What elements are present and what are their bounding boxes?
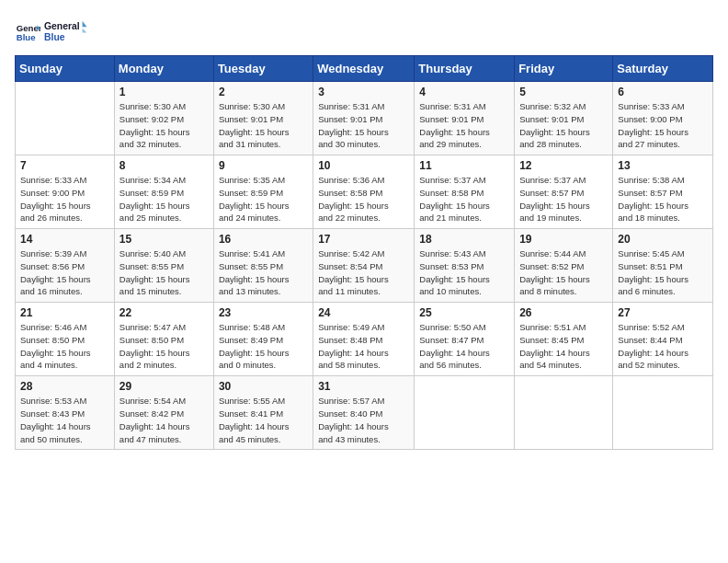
day-number: 23 xyxy=(219,306,308,319)
calendar-cell: 19Sunrise: 5:44 AM Sunset: 8:52 PM Dayli… xyxy=(515,229,613,303)
day-info: Sunrise: 5:31 AM Sunset: 9:01 PM Dayligh… xyxy=(419,100,509,151)
day-number: 16 xyxy=(219,233,308,246)
calendar-week-row: 7Sunrise: 5:33 AM Sunset: 9:00 PM Daylig… xyxy=(16,155,713,229)
calendar-cell: 28Sunrise: 5:53 AM Sunset: 8:43 PM Dayli… xyxy=(16,376,115,450)
calendar-cell: 17Sunrise: 5:42 AM Sunset: 8:54 PM Dayli… xyxy=(313,229,415,303)
calendar-cell: 23Sunrise: 5:48 AM Sunset: 8:49 PM Dayli… xyxy=(213,303,313,376)
day-number: 21 xyxy=(20,306,109,319)
calendar-cell: 6Sunrise: 5:33 AM Sunset: 9:00 PM Daylig… xyxy=(613,82,713,155)
calendar-cell: 3Sunrise: 5:31 AM Sunset: 9:01 PM Daylig… xyxy=(313,82,415,155)
day-info: Sunrise: 5:41 AM Sunset: 8:55 PM Dayligh… xyxy=(219,247,308,298)
day-info: Sunrise: 5:54 AM Sunset: 8:42 PM Dayligh… xyxy=(119,395,209,445)
day-number: 17 xyxy=(318,233,409,246)
column-header-sunday: Sunday xyxy=(16,56,115,82)
calendar-cell: 14Sunrise: 5:39 AM Sunset: 8:56 PM Dayli… xyxy=(16,229,115,303)
day-number: 24 xyxy=(318,306,409,319)
calendar-cell: 18Sunrise: 5:43 AM Sunset: 8:53 PM Dayli… xyxy=(415,229,515,303)
calendar-cell xyxy=(415,376,515,450)
day-info: Sunrise: 5:44 AM Sunset: 8:52 PM Dayligh… xyxy=(519,247,608,298)
column-header-saturday: Saturday xyxy=(613,56,713,82)
day-info: Sunrise: 5:37 AM Sunset: 8:57 PM Dayligh… xyxy=(519,174,608,224)
calendar-cell: 24Sunrise: 5:49 AM Sunset: 8:48 PM Dayli… xyxy=(313,303,415,376)
calendar-cell: 10Sunrise: 5:36 AM Sunset: 8:58 PM Dayli… xyxy=(313,155,415,229)
day-number: 26 xyxy=(519,306,608,319)
day-number: 12 xyxy=(519,159,608,172)
logo-svg: General Blue xyxy=(44,15,88,48)
day-info: Sunrise: 5:32 AM Sunset: 9:01 PM Dayligh… xyxy=(519,100,608,151)
day-info: Sunrise: 5:57 AM Sunset: 8:40 PM Dayligh… xyxy=(318,395,409,445)
day-info: Sunrise: 5:50 AM Sunset: 8:47 PM Dayligh… xyxy=(419,321,509,372)
day-info: Sunrise: 5:34 AM Sunset: 8:59 PM Dayligh… xyxy=(119,174,209,224)
calendar-cell: 30Sunrise: 5:55 AM Sunset: 8:41 PM Dayli… xyxy=(213,376,313,450)
column-header-wednesday: Wednesday xyxy=(313,56,415,82)
day-info: Sunrise: 5:31 AM Sunset: 9:01 PM Dayligh… xyxy=(318,100,409,151)
svg-text:General: General xyxy=(44,21,80,31)
day-number: 7 xyxy=(20,159,109,172)
day-number: 2 xyxy=(219,86,308,98)
day-number: 20 xyxy=(618,233,708,246)
calendar-cell: 7Sunrise: 5:33 AM Sunset: 9:00 PM Daylig… xyxy=(16,155,115,229)
calendar-cell: 9Sunrise: 5:35 AM Sunset: 8:59 PM Daylig… xyxy=(213,155,313,229)
day-info: Sunrise: 5:37 AM Sunset: 8:58 PM Dayligh… xyxy=(419,174,509,224)
calendar-cell: 2Sunrise: 5:30 AM Sunset: 9:01 PM Daylig… xyxy=(213,82,313,155)
day-number: 4 xyxy=(419,86,509,98)
column-header-friday: Friday xyxy=(515,56,613,82)
day-number: 27 xyxy=(618,306,708,319)
day-number: 3 xyxy=(318,86,409,98)
page-header: General Blue General Blue xyxy=(15,15,713,48)
calendar-cell xyxy=(613,376,713,450)
day-number: 22 xyxy=(119,306,209,319)
calendar-cell xyxy=(515,376,613,450)
day-info: Sunrise: 5:51 AM Sunset: 8:45 PM Dayligh… xyxy=(519,321,608,372)
calendar-cell: 5Sunrise: 5:32 AM Sunset: 9:01 PM Daylig… xyxy=(515,82,613,155)
day-number: 13 xyxy=(618,159,708,172)
calendar-week-row: 1Sunrise: 5:30 AM Sunset: 9:02 PM Daylig… xyxy=(16,82,713,155)
day-info: Sunrise: 5:55 AM Sunset: 8:41 PM Dayligh… xyxy=(219,395,308,445)
day-number: 15 xyxy=(119,233,209,246)
day-number: 14 xyxy=(20,233,109,246)
calendar-table: SundayMondayTuesdayWednesdayThursdayFrid… xyxy=(15,55,713,450)
day-info: Sunrise: 5:33 AM Sunset: 9:00 PM Dayligh… xyxy=(20,174,109,224)
logo: General Blue General Blue xyxy=(15,15,88,48)
day-info: Sunrise: 5:42 AM Sunset: 8:54 PM Dayligh… xyxy=(318,247,409,298)
day-info: Sunrise: 5:30 AM Sunset: 9:01 PM Dayligh… xyxy=(219,100,308,151)
calendar-cell: 13Sunrise: 5:38 AM Sunset: 8:57 PM Dayli… xyxy=(613,155,713,229)
calendar-cell: 25Sunrise: 5:50 AM Sunset: 8:47 PM Dayli… xyxy=(415,303,515,376)
calendar-cell: 22Sunrise: 5:47 AM Sunset: 8:50 PM Dayli… xyxy=(114,303,213,376)
calendar-cell xyxy=(16,82,115,155)
day-number: 31 xyxy=(318,380,409,393)
svg-marker-6 xyxy=(83,21,87,27)
calendar-cell: 16Sunrise: 5:41 AM Sunset: 8:55 PM Dayli… xyxy=(213,229,313,303)
day-number: 11 xyxy=(419,159,509,172)
day-info: Sunrise: 5:47 AM Sunset: 8:50 PM Dayligh… xyxy=(119,321,209,372)
column-header-tuesday: Tuesday xyxy=(213,56,313,82)
day-info: Sunrise: 5:30 AM Sunset: 9:02 PM Dayligh… xyxy=(119,100,209,151)
calendar-cell: 21Sunrise: 5:46 AM Sunset: 8:50 PM Dayli… xyxy=(16,303,115,376)
day-number: 1 xyxy=(119,86,209,98)
svg-text:Blue: Blue xyxy=(17,32,36,42)
day-info: Sunrise: 5:36 AM Sunset: 8:58 PM Dayligh… xyxy=(318,174,409,224)
day-number: 29 xyxy=(119,380,209,393)
day-number: 6 xyxy=(618,86,708,98)
day-number: 25 xyxy=(419,306,509,319)
day-info: Sunrise: 5:52 AM Sunset: 8:44 PM Dayligh… xyxy=(618,321,708,372)
day-number: 30 xyxy=(219,380,308,393)
day-number: 5 xyxy=(519,86,608,98)
day-info: Sunrise: 5:40 AM Sunset: 8:55 PM Dayligh… xyxy=(119,247,209,298)
calendar-cell: 15Sunrise: 5:40 AM Sunset: 8:55 PM Dayli… xyxy=(114,229,213,303)
day-info: Sunrise: 5:49 AM Sunset: 8:48 PM Dayligh… xyxy=(318,321,409,372)
calendar-cell: 4Sunrise: 5:31 AM Sunset: 9:01 PM Daylig… xyxy=(415,82,515,155)
calendar-week-row: 28Sunrise: 5:53 AM Sunset: 8:43 PM Dayli… xyxy=(16,376,713,450)
logo-icon: General Blue xyxy=(15,18,40,44)
column-header-thursday: Thursday xyxy=(415,56,515,82)
day-info: Sunrise: 5:48 AM Sunset: 8:49 PM Dayligh… xyxy=(219,321,308,372)
svg-marker-7 xyxy=(83,29,87,33)
day-info: Sunrise: 5:35 AM Sunset: 8:59 PM Dayligh… xyxy=(219,174,308,224)
day-number: 28 xyxy=(20,380,109,393)
calendar-cell: 11Sunrise: 5:37 AM Sunset: 8:58 PM Dayli… xyxy=(415,155,515,229)
day-number: 19 xyxy=(519,233,608,246)
calendar-cell: 8Sunrise: 5:34 AM Sunset: 8:59 PM Daylig… xyxy=(114,155,213,229)
day-number: 10 xyxy=(318,159,409,172)
calendar-cell: 31Sunrise: 5:57 AM Sunset: 8:40 PM Dayli… xyxy=(313,376,415,450)
day-info: Sunrise: 5:46 AM Sunset: 8:50 PM Dayligh… xyxy=(20,321,109,372)
